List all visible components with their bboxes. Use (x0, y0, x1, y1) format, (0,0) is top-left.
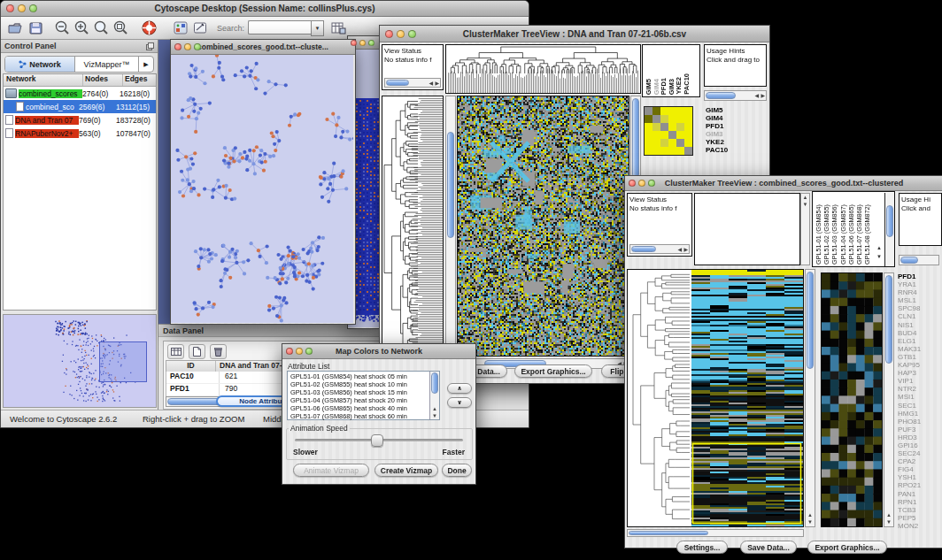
gene-label[interactable]: BUD4 (898, 329, 940, 337)
row-label[interactable]: PFD1 (706, 122, 728, 130)
treeview2-gene-list[interactable]: PFD1YRA1RNR4MSL1SPC98CLN1NIS1BUD4ELG1MAK… (898, 272, 940, 531)
gene-label[interactable]: GPI16 (898, 441, 940, 449)
gene-label[interactable]: SEC24 (898, 449, 940, 457)
heatmap-cell[interactable] (652, 131, 660, 139)
open-session-icon[interactable] (7, 19, 25, 37)
attribute-list-scrollbar[interactable]: ▲▼ (429, 372, 439, 419)
heatmap-cell[interactable] (660, 139, 668, 147)
minimize-button[interactable] (296, 348, 303, 355)
treeview2-usage-scrollbar[interactable] (899, 255, 939, 265)
heatmap-cell[interactable] (676, 147, 684, 155)
gene-label[interactable]: HAP3 (898, 369, 940, 377)
help-icon[interactable] (140, 19, 158, 37)
save-session-icon[interactable] (27, 19, 44, 37)
attribute-item[interactable]: GPL51-06 (GSM865) heat shock 40 min (289, 404, 429, 412)
heatmap-cell[interactable] (660, 115, 668, 123)
treeview1-column-labels[interactable]: GIM5GIM4PFD1GIM3YKE2PAC10 (642, 44, 700, 97)
treeview1-row-labels[interactable]: GIM5GIM4PFD1GIM3YKE2PAC10 (706, 106, 728, 154)
treeview1-usage-scrollbar[interactable]: ◀▶ (704, 90, 767, 101)
treeview2-column-dendrogram[interactable] (694, 193, 800, 265)
row-label[interactable]: GIM5 (706, 106, 728, 114)
tab-vizmapper[interactable]: VizMapper™ (75, 57, 139, 72)
network-row[interactable]: combined_sco2569(6)13112(15) (4, 100, 156, 113)
heatmap-cell[interactable] (660, 107, 668, 115)
row-label[interactable]: PAC10 (706, 146, 728, 154)
gene-label[interactable]: PEP5 (898, 514, 940, 522)
gene-label[interactable]: SEC1 (898, 402, 940, 410)
zoom-button[interactable] (29, 4, 37, 12)
column-label[interactable]: PFD1 (660, 78, 668, 95)
tab-overflow-arrow[interactable]: ▶ (139, 57, 153, 72)
treeview2-save-data-button[interactable]: Save Data... (740, 541, 797, 554)
treeview1-export-graphics-button[interactable]: Export Graphics... (514, 364, 592, 378)
minimize-button[interactable] (184, 43, 191, 50)
treeview1-column-dendrogram[interactable] (445, 44, 641, 94)
column-label[interactable]: GPL51-03 (GSM856) (831, 204, 838, 265)
zoom-fit-icon[interactable] (112, 19, 129, 37)
gene-label[interactable]: CPA2 (898, 457, 940, 465)
treeview2-row-dendrogram-canvas[interactable] (628, 270, 691, 526)
treeview2-zoom-vscrollbar[interactable]: ▲▼ (884, 272, 894, 527)
treeview2-hscrollbar[interactable] (627, 529, 804, 537)
heatmap-cell[interactable] (652, 115, 660, 123)
select-attributes-icon[interactable] (167, 344, 184, 359)
heatmap-cell[interactable] (660, 147, 668, 155)
treeview1-row-dendrogram[interactable] (382, 96, 444, 357)
close-button[interactable] (286, 348, 293, 355)
network-name[interactable]: combined_scores (19, 89, 82, 98)
heatmap-cell[interactable] (676, 139, 684, 147)
search-input[interactable] (248, 20, 311, 35)
col-header-nodes[interactable]: Nodes (83, 74, 123, 86)
treeview2-view-status-scrollbar[interactable]: ◀▶ (629, 244, 690, 254)
heatmap-cell[interactable] (652, 147, 660, 155)
attribute-item[interactable]: GPL51-07 (GSM868) heat shock 60 min (289, 412, 429, 420)
row-label[interactable]: GIM4 (706, 114, 728, 122)
attribute-list[interactable]: GPL51-01 (GSM854) heat shock 05 minGPL51… (287, 371, 440, 420)
move-attribute-down-button[interactable]: ∨ (447, 397, 472, 408)
gene-label[interactable]: RNR4 (898, 288, 940, 296)
network-overview-panel[interactable] (3, 314, 157, 408)
delete-attribute-icon[interactable] (210, 344, 227, 359)
network-overview-canvas[interactable] (4, 315, 156, 407)
treeview2-settings-button[interactable]: Settings... (676, 541, 728, 554)
gene-label[interactable]: MON2 (898, 522, 940, 530)
heatmap-cell[interactable] (645, 115, 652, 123)
zoom-button[interactable] (194, 43, 201, 50)
zoom-button[interactable] (408, 30, 416, 38)
heatmap-cell[interactable] (668, 139, 676, 147)
gene-label[interactable]: YSH1 (898, 473, 940, 481)
heatmap-cell[interactable] (668, 123, 676, 131)
annotation-icon[interactable] (191, 19, 209, 37)
heatmap-cell[interactable] (652, 139, 660, 147)
network-name[interactable]: combined_sco (26, 103, 79, 111)
zoom-button[interactable] (305, 348, 313, 355)
heatmap-cell[interactable] (645, 123, 652, 131)
done-button[interactable]: Done (442, 464, 472, 477)
import-table-icon[interactable] (329, 19, 347, 37)
gene-label[interactable]: PFD1 (898, 272, 940, 280)
gene-label[interactable]: MSL1 (898, 296, 940, 304)
treeview2-column-mini-scrollbar[interactable]: ▲▼ (800, 193, 810, 265)
gene-label[interactable]: GTB1 (898, 353, 940, 361)
move-attribute-up-button[interactable]: ∧ (447, 383, 472, 394)
heatmap-cell[interactable] (652, 107, 660, 115)
zoom-out-icon[interactable] (53, 19, 71, 37)
gene-label[interactable]: ELG1 (898, 337, 940, 345)
close-button[interactable] (174, 43, 181, 50)
close-button[interactable] (351, 40, 357, 46)
treeview2-global-heatmap-canvas[interactable] (691, 270, 803, 526)
network-name[interactable]: RNAPuberNov2+ (15, 129, 79, 138)
column-label[interactable]: GPL51-04 (GSM857) (840, 204, 846, 265)
gene-label[interactable]: FIG4 (898, 465, 940, 473)
create-vizmap-button[interactable]: Create Vizmap (374, 464, 438, 477)
tab-network[interactable]: Network (5, 57, 75, 72)
network-row[interactable]: RNAPuberNov2+563(0)107847(0) (4, 127, 156, 140)
heatmap-cell[interactable] (660, 123, 668, 131)
treeview2-labels-scrollbar[interactable] (884, 193, 894, 266)
gene-label[interactable]: HMG1 (898, 410, 940, 418)
column-label[interactable]: GPL51-01 (GSM854) (815, 204, 822, 265)
heatmap-cell[interactable] (660, 131, 668, 139)
heatmap-cell[interactable] (645, 147, 652, 155)
search-dropdown-button[interactable]: ▼ (311, 20, 324, 36)
col-header-network[interactable]: Network (4, 74, 83, 86)
